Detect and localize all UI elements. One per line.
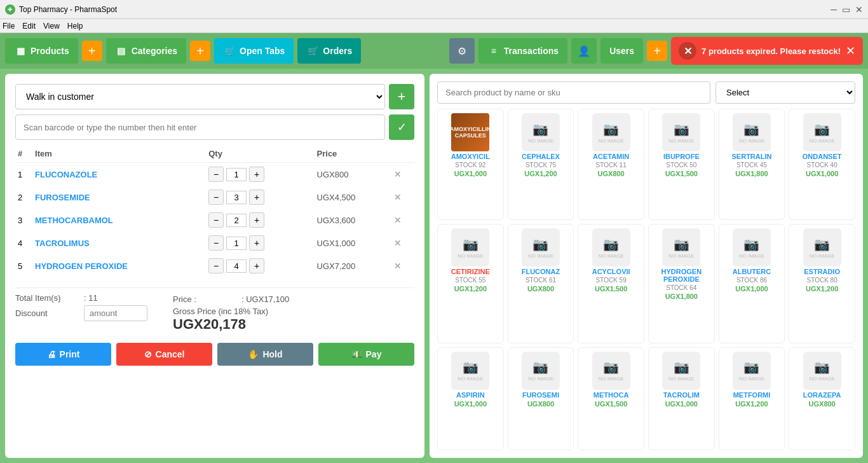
nav-open-tabs-button[interactable]: 🛒 Open Tabs bbox=[214, 38, 294, 64]
camera-icon: 📷 bbox=[814, 237, 830, 252]
product-card[interactable]: 📷 NO IMAGE TACROLIM UGX1,000 bbox=[648, 347, 715, 450]
add-customer-button[interactable]: + bbox=[389, 84, 414, 109]
qty-decrease-button[interactable]: − bbox=[208, 190, 224, 205]
barcode-confirm-button[interactable]: ✓ bbox=[389, 114, 414, 140]
nav-orders-button[interactable]: 🛒 Orders bbox=[297, 38, 361, 64]
product-name: ACETAMIN bbox=[593, 153, 629, 160]
row-num: 1 bbox=[15, 163, 32, 186]
product-card[interactable]: 📷 NO IMAGE SERTRALIN STOCK 45 UGX1,800 bbox=[719, 109, 785, 220]
qty-increase-button[interactable]: + bbox=[249, 235, 264, 251]
close-button[interactable]: ✕ bbox=[855, 4, 863, 15]
minimize-button[interactable]: ─ bbox=[831, 4, 837, 15]
product-card[interactable]: 📷 NO IMAGE CEPHALEX STOCK 75 UGX1,200 bbox=[508, 109, 574, 220]
product-card[interactable]: 📷 NO IMAGE METFORMI UGX1,200 bbox=[719, 347, 785, 450]
menu-file[interactable]: File bbox=[3, 22, 15, 31]
qty-input[interactable] bbox=[226, 191, 247, 204]
product-card[interactable]: 📷 NO IMAGE ASPIRIN UGX1,000 bbox=[437, 347, 504, 450]
product-no-image: 📷 NO IMAGE bbox=[592, 228, 630, 266]
product-card[interactable]: 📷 NO IMAGE FLUCONAZ STOCK 61 UGX800 bbox=[508, 224, 574, 343]
nav-categories-button[interactable]: ▤ Categories bbox=[106, 38, 186, 64]
table-row: 5 HYDROGEN PEROXIDE − + UGX7,200 ✕ bbox=[15, 254, 414, 277]
col-qty: Qty bbox=[206, 145, 314, 163]
qty-input[interactable] bbox=[226, 237, 247, 250]
remove-item-button[interactable]: ✕ bbox=[394, 215, 402, 225]
product-card[interactable]: 📷 NO IMAGE ALBUTERC STOCK 86 UGX1,000 bbox=[719, 224, 785, 343]
product-card[interactable]: 📷 NO IMAGE ACETAMIN STOCK 11 UGX800 bbox=[578, 109, 644, 220]
camera-icon: 📷 bbox=[674, 359, 689, 375]
row-qty: − + bbox=[206, 209, 314, 232]
product-card[interactable]: 📷 NO IMAGE ACYCLOVII STOCK 59 UGX1,500 bbox=[578, 224, 644, 343]
row-price: UGX1,000 bbox=[315, 232, 392, 254]
remove-item-button[interactable]: ✕ bbox=[394, 238, 402, 248]
qty-decrease-button[interactable]: − bbox=[208, 258, 224, 273]
nav-categories-label: Categories bbox=[132, 46, 177, 56]
table-row: 1 FLUCONAZOLE − + UGX800 ✕ bbox=[15, 163, 414, 186]
qty-decrease-button[interactable]: − bbox=[208, 235, 224, 251]
category-select[interactable]: Select bbox=[715, 81, 855, 104]
row-item-name: HYDROGEN PEROXIDE bbox=[32, 254, 206, 277]
remove-item-button[interactable]: ✕ bbox=[394, 169, 402, 179]
add-products-button[interactable]: + bbox=[82, 41, 102, 61]
window-controls[interactable]: ─ ▭ ✕ bbox=[831, 4, 863, 15]
menu-edit[interactable]: Edit bbox=[22, 22, 36, 31]
camera-icon: 📷 bbox=[814, 121, 830, 137]
products-grid: AMOXYICILLINCAPSULES AMOXYICIL STOCK 92 … bbox=[437, 109, 855, 450]
product-price: UGX1,200 bbox=[524, 170, 557, 177]
product-card[interactable]: 📷 NO IMAGE ONDANSET STOCK 40 UGX1,000 bbox=[789, 109, 855, 220]
cancel-button[interactable]: ⊘ Cancel bbox=[116, 343, 212, 366]
qty-input[interactable] bbox=[226, 168, 247, 181]
qty-input[interactable] bbox=[226, 259, 247, 273]
no-image-label: NO IMAGE bbox=[668, 138, 694, 144]
col-action bbox=[391, 145, 414, 163]
product-card[interactable]: 📷 NO IMAGE METHOCA UGX1,500 bbox=[578, 347, 644, 450]
search-input[interactable] bbox=[437, 81, 710, 104]
remove-item-button[interactable]: ✕ bbox=[394, 192, 402, 202]
product-name: ASPIRIN bbox=[456, 391, 485, 399]
add-users-button[interactable]: + bbox=[647, 41, 667, 61]
product-card[interactable]: 📷 NO IMAGE HYDROGEN PEROXIDE STOCK 64 UG… bbox=[648, 224, 715, 343]
row-item-name: METHOCARBAMOL bbox=[32, 209, 206, 232]
product-card[interactable]: 📷 NO IMAGE FUROSEMI UGX800 bbox=[508, 347, 574, 450]
hold-label: Hold bbox=[262, 349, 282, 359]
camera-icon: 📷 bbox=[814, 359, 830, 375]
no-image-label: NO IMAGE bbox=[739, 138, 764, 144]
maximize-button[interactable]: ▭ bbox=[842, 4, 850, 15]
product-card[interactable]: 📷 NO IMAGE LORAZEPA UGX800 bbox=[789, 347, 855, 450]
product-card[interactable]: 📷 NO IMAGE ESTRADIO STOCK 80 UGX1,200 bbox=[789, 224, 855, 343]
customer-select[interactable]: Walk in customer bbox=[15, 84, 385, 109]
product-card[interactable]: 📷 NO IMAGE IBUPROFE STOCK 50 UGX1,500 bbox=[648, 109, 715, 220]
no-image-label: NO IMAGE bbox=[599, 253, 624, 259]
qty-decrease-button[interactable]: − bbox=[208, 212, 224, 228]
nav-transactions-button[interactable]: ≡ Transactions bbox=[478, 38, 567, 64]
menu-help[interactable]: Help bbox=[67, 22, 83, 31]
hold-button[interactable]: ✋ Hold bbox=[217, 343, 313, 366]
product-stock: STOCK 45 bbox=[736, 162, 767, 169]
print-button[interactable]: 🖨 Print bbox=[15, 343, 111, 366]
discount-input[interactable] bbox=[84, 305, 147, 321]
product-card[interactable]: AMOXYICILLINCAPSULES AMOXYICIL STOCK 92 … bbox=[437, 109, 504, 220]
user-icon-button[interactable]: 👤 bbox=[571, 38, 597, 64]
qty-increase-button[interactable]: + bbox=[249, 212, 264, 228]
qty-increase-button[interactable]: + bbox=[249, 167, 264, 182]
app-title: Top Pharmacy - PharmaSpot bbox=[19, 5, 117, 14]
product-card[interactable]: 📷 NO IMAGE CETIRIZINE STOCK 55 UGX1,200 bbox=[437, 224, 504, 343]
camera-icon: 📷 bbox=[674, 121, 689, 137]
menu-view[interactable]: View bbox=[43, 22, 60, 31]
qty-increase-button[interactable]: + bbox=[249, 190, 264, 205]
nav-products-button[interactable]: ▦ Products bbox=[5, 38, 78, 64]
nav-users-button[interactable]: Users bbox=[600, 38, 643, 64]
product-price: UGX1,000 bbox=[454, 170, 487, 177]
barcode-input[interactable] bbox=[15, 114, 385, 140]
settings-button[interactable]: ⚙ bbox=[449, 38, 475, 64]
categories-icon: ▤ bbox=[115, 45, 128, 57]
qty-decrease-button[interactable]: − bbox=[208, 167, 224, 182]
add-categories-button[interactable]: + bbox=[190, 41, 210, 61]
remove-item-button[interactable]: ✕ bbox=[394, 261, 402, 271]
row-remove: ✕ bbox=[391, 163, 414, 186]
alert-close-button[interactable]: ✕ bbox=[846, 44, 855, 58]
row-num: 4 bbox=[15, 232, 32, 254]
camera-icon: 📷 bbox=[743, 359, 759, 375]
qty-input[interactable] bbox=[226, 214, 247, 227]
qty-increase-button[interactable]: + bbox=[249, 258, 264, 273]
pay-button[interactable]: 💵 Pay bbox=[318, 343, 414, 366]
